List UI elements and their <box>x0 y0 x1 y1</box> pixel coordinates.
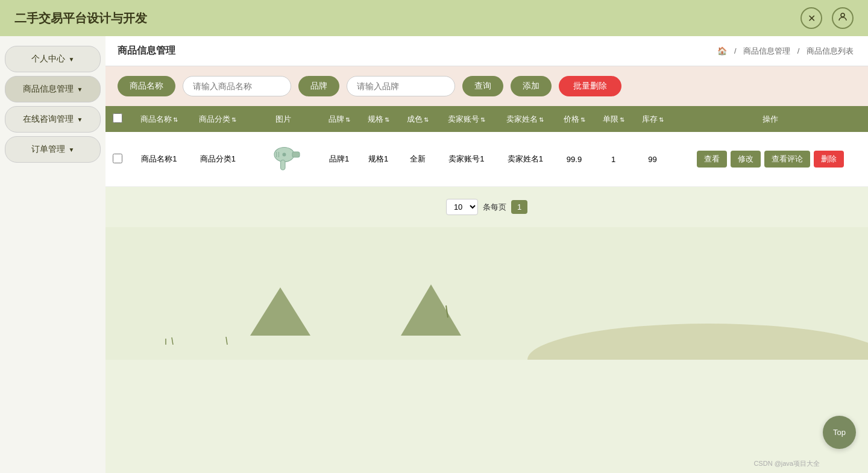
table-header-row: 商品名称⇅ 商品分类⇅ 图片 品牌⇅ 规格⇅ 成色⇅ 卖家账号⇅ 卖家姓名⇅ 价… <box>105 106 868 132</box>
th-brand: 品牌⇅ <box>319 106 359 132</box>
product-name-label-btn: 商品名称 <box>118 76 175 96</box>
th-seller-account: 卖家账号⇅ <box>437 106 496 132</box>
sort-icon: ⇅ <box>385 116 389 123</box>
sort-icon: ⇅ <box>231 116 236 123</box>
svg-point-10 <box>527 324 868 360</box>
breadcrumb: 🏠 / 商品信息管理 / 商品信息列表 <box>715 46 856 57</box>
sort-icon: ⇅ <box>539 116 544 123</box>
table-row: 商品名称1 商品分类1 <box>105 132 868 187</box>
sort-icon: ⇅ <box>173 116 178 123</box>
th-category: 商品分类⇅ <box>189 106 248 132</box>
row-seller-account: 卖家账号1 <box>437 132 496 187</box>
th-seller-name: 卖家姓名⇅ <box>496 106 555 132</box>
header-actions: ✕ <box>800 7 854 29</box>
edit-button[interactable]: 修改 <box>731 151 761 168</box>
sidebar-item-consult[interactable]: 在线咨询管理 ▼ <box>5 106 101 133</box>
bottom-decoration <box>105 227 868 360</box>
product-table: 商品名称⇅ 商品分类⇅ 图片 品牌⇅ 规格⇅ 成色⇅ 卖家账号⇅ 卖家姓名⇅ 价… <box>105 106 868 187</box>
product-name-input[interactable] <box>183 76 291 96</box>
th-stock: 库存⇅ <box>633 106 672 132</box>
brand-input[interactable] <box>347 76 455 96</box>
user-button[interactable] <box>832 7 854 29</box>
query-button[interactable]: 查询 <box>462 76 503 96</box>
sort-icon: ⇅ <box>345 116 350 123</box>
sidebar-item-product[interactable]: 商品信息管理 ▼ <box>5 76 101 102</box>
sort-icon: ⇅ <box>659 116 664 123</box>
home-icon: 🏠 <box>717 46 727 55</box>
select-all-th <box>105 106 130 132</box>
svg-rect-3 <box>281 160 286 171</box>
chevron-down-icon: ▼ <box>69 56 75 63</box>
svg-point-6 <box>283 153 286 157</box>
main-content: 商品信息管理 🏠 / 商品信息管理 / 商品信息列表 商品名称 品牌 查询 添加… <box>105 36 868 473</box>
row-checkbox[interactable] <box>113 154 122 163</box>
th-name: 商品名称⇅ <box>130 106 189 132</box>
add-button[interactable]: 添加 <box>511 76 552 96</box>
back-to-top-button[interactable]: Top <box>823 416 856 449</box>
row-condition: 全新 <box>398 132 437 187</box>
watermark: CSDN @java项目大全 <box>753 459 820 468</box>
row-category: 商品分类1 <box>189 132 248 187</box>
row-price: 99.9 <box>555 132 594 187</box>
sidebar: 个人中心 ▼ 商品信息管理 ▼ 在线咨询管理 ▼ 订单管理 ▼ <box>0 36 105 473</box>
sort-icon: ⇅ <box>424 116 429 123</box>
view-button[interactable]: 查看 <box>697 151 727 168</box>
sidebar-item-product-label: 商品信息管理 <box>23 84 74 95</box>
th-image: 图片 <box>247 106 319 132</box>
product-table-container: 商品名称⇅ 商品分类⇅ 图片 品牌⇅ 规格⇅ 成色⇅ 卖家账号⇅ 卖家姓名⇅ 价… <box>105 106 868 187</box>
th-actions: 操作 <box>672 106 868 132</box>
user-icon <box>837 11 848 25</box>
per-page-text: 条每页 <box>483 202 506 213</box>
row-limit: 1 <box>594 132 633 187</box>
sidebar-item-order[interactable]: 订单管理 ▼ <box>5 136 101 163</box>
chevron-down-icon: ▼ <box>77 116 83 123</box>
svg-line-12 <box>172 337 173 345</box>
page-number-button[interactable]: 1 <box>511 200 527 214</box>
sidebar-item-order-label: 订单管理 <box>31 144 65 155</box>
row-actions: 查看 修改 查看评论 删除 <box>672 132 868 187</box>
delete-button[interactable]: 删除 <box>814 151 844 168</box>
filter-bar: 商品名称 品牌 查询 添加 批量删除 <box>105 66 868 106</box>
row-stock: 99 <box>633 132 672 187</box>
row-seller-name: 卖家姓名1 <box>496 132 555 187</box>
sort-icon: ⇅ <box>580 116 585 123</box>
row-brand: 品牌1 <box>319 132 359 187</box>
batch-delete-button[interactable]: 批量删除 <box>559 76 621 96</box>
th-limit: 单限⇅ <box>594 106 633 132</box>
th-price: 价格⇅ <box>555 106 594 132</box>
app-header: 二手交易平台设计与开发 ✕ <box>0 0 868 36</box>
brand-label-btn: 品牌 <box>298 76 339 96</box>
svg-point-0 <box>841 13 844 17</box>
svg-line-13 <box>226 337 227 345</box>
page-size-select[interactable]: 10 20 50 <box>446 199 478 215</box>
chevron-down-icon: ▼ <box>69 146 75 153</box>
sort-icon: ⇅ <box>620 116 624 123</box>
svg-rect-2 <box>292 152 300 157</box>
sidebar-item-personal[interactable]: 个人中心 ▼ <box>5 46 101 72</box>
select-all-checkbox[interactable] <box>113 113 122 123</box>
sort-icon: ⇅ <box>480 116 485 123</box>
chevron-down-icon: ▼ <box>77 86 83 93</box>
th-condition: 成色⇅ <box>398 106 437 132</box>
row-checkbox-td <box>105 132 130 187</box>
pagination: 10 20 50 条每页 1 <box>105 187 868 227</box>
row-image <box>247 132 319 187</box>
sidebar-item-personal-label: 个人中心 <box>31 54 65 64</box>
main-layout: 个人中心 ▼ 商品信息管理 ▼ 在线咨询管理 ▼ 订单管理 ▼ 商品信息管理 🏠… <box>0 36 868 473</box>
row-spec: 规格1 <box>359 132 398 187</box>
svg-marker-7 <box>250 287 310 336</box>
breadcrumb-item1: 商品信息管理 <box>743 46 790 55</box>
app-title: 二手交易平台设计与开发 <box>14 10 147 27</box>
page-title: 商品信息管理 <box>118 45 175 57</box>
page-header: 商品信息管理 🏠 / 商品信息管理 / 商品信息列表 <box>105 36 868 66</box>
row-name: 商品名称1 <box>130 132 189 187</box>
svg-marker-8 <box>401 284 461 336</box>
breadcrumb-item2: 商品信息列表 <box>807 46 854 55</box>
th-spec: 规格⇅ <box>359 106 398 132</box>
sidebar-item-consult-label: 在线咨询管理 <box>23 114 74 125</box>
reviews-button[interactable]: 查看评论 <box>764 151 810 168</box>
close-icon: ✕ <box>808 13 816 24</box>
close-button[interactable]: ✕ <box>800 7 822 29</box>
